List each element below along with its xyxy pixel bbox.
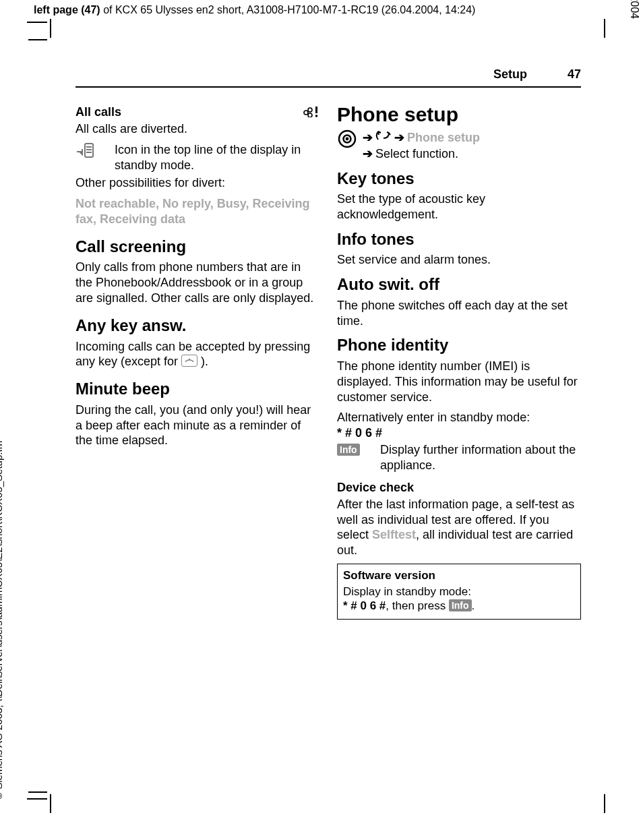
info-badge: Info	[449, 599, 472, 611]
running-header: Setup 47	[320, 67, 581, 82]
other-possibilities-label: Other possibilities for divert:	[75, 175, 319, 191]
nav-path: ➔ ➔ Phone setup ➔ Selec	[337, 129, 581, 162]
software-version-box: Software version Display in standby mode…	[337, 564, 581, 620]
phone-identity-title: Phone identity	[337, 335, 581, 355]
info-row: Info Display further information about t…	[337, 442, 581, 473]
svg-point-2	[308, 113, 312, 117]
nav-row-2: ➔ Select function.	[363, 146, 480, 162]
info-tones-title: Info tones	[337, 229, 581, 249]
any-key-title: Any key answ.	[75, 316, 319, 336]
sv-title: Software version	[343, 568, 575, 583]
crop-tick-h-bl	[28, 791, 47, 793]
all-calls-body: All calls are diverted.	[75, 121, 319, 137]
setup-glyph-icon	[375, 129, 392, 146]
info-badge: Info	[337, 444, 360, 456]
crop-tick-v-bl	[50, 794, 51, 813]
center-key-icon	[337, 129, 357, 153]
any-key-body: Incoming calls can be accepted by pressi…	[75, 339, 319, 370]
alt-enter-line: Alternatively enter in standby mode:	[337, 410, 581, 425]
any-key-post: ).	[201, 355, 208, 368]
device-check-title: Device check	[337, 480, 581, 496]
minute-beep-body: During the call, you (and only you!) wil…	[75, 402, 319, 449]
source-line: left page (47) of KCX 65 Ulysses en2 sho…	[34, 4, 623, 16]
all-calls-header: All calls	[75, 104, 319, 121]
crop-tick-v-right	[604, 19, 605, 38]
sv-line1: Display in standby mode:	[343, 584, 575, 599]
sv-then-press: , then press	[386, 599, 449, 612]
info-badge-cell: Info	[337, 442, 367, 458]
svg-point-4	[315, 115, 318, 117]
sv-line2: * # 0 6 #, then press Info.	[343, 599, 575, 613]
auto-off-body: The phone switches off each day at the s…	[337, 298, 581, 329]
all-calls-title: All calls	[75, 104, 121, 120]
phone-setup-title: Phone setup	[337, 104, 581, 125]
info-tones-body: Set service and alarm tones.	[337, 252, 581, 268]
sv-period: .	[472, 599, 475, 612]
arrow-icon: ➔	[363, 146, 373, 162]
phone-identity-body: The phone identity number (IMEI) is disp…	[337, 359, 581, 405]
crop-mark-top-right	[594, 22, 596, 34]
svg-point-9	[189, 359, 190, 360]
content-columns: All calls All calls are diverted.	[75, 104, 581, 620]
imei-code: * # 0 6 #	[337, 425, 581, 441]
arrow-icon: ➔	[363, 130, 373, 146]
info-text: Display further information about the ap…	[380, 442, 581, 473]
crop-tick-h	[28, 39, 47, 40]
svg-rect-3	[315, 107, 317, 113]
sim-dependent-icon	[302, 105, 319, 121]
var-language-note: VAR Language: English; VAR issue date: 0…	[628, 0, 640, 19]
source-line-bold: left page (47)	[34, 4, 100, 16]
sv-code: * # 0 6 #	[343, 599, 386, 612]
call-screening-body: Only calls from phone numbers that are i…	[75, 260, 319, 306]
header-page-number: 47	[568, 67, 581, 82]
device-check-body: After the last information page, a self-…	[337, 497, 581, 558]
divert-icon-text: Icon in the top line of the display in s…	[115, 142, 319, 173]
page: left page (47) of KCX 65 Ulysses en2 sho…	[0, 0, 643, 840]
nav-stack: ➔ ➔ Phone setup ➔ Selec	[363, 129, 480, 162]
svg-point-12	[346, 138, 349, 141]
nav-select-function: Select function.	[375, 146, 458, 162]
key-tones-body: Set the type of acoustic key acknowledge…	[337, 191, 581, 222]
divert-standby-icon	[75, 142, 98, 164]
nav-row-1: ➔ ➔ Phone setup	[363, 129, 480, 146]
minute-beep-title: Minute beep	[75, 379, 319, 399]
call-screening-title: Call screening	[75, 237, 319, 257]
left-column: All calls All calls are diverted.	[75, 104, 319, 620]
header-rule	[75, 86, 581, 88]
crop-tick-v	[50, 19, 51, 38]
right-column: Phone setup ➔	[337, 104, 581, 620]
auto-off-title: Auto swit. off	[337, 274, 581, 295]
source-line-rest: of KCX 65 Ulysses en2 short, A31008-H710…	[100, 4, 476, 16]
crop-mark-bottom-right	[594, 790, 596, 802]
selftest-label: Selftest	[372, 528, 416, 541]
key-tones-title: Key tones	[337, 169, 581, 189]
end-call-key-icon	[181, 355, 197, 367]
footer-path: © Siemens AG 2003, \\Dell\server\users\a…	[0, 441, 4, 800]
divert-options-list: Not reachable, No reply, Busy, Receiving…	[75, 196, 319, 227]
svg-point-1	[308, 108, 312, 112]
divert-icon-row: Icon in the top line of the display in s…	[75, 142, 319, 173]
arrow-icon: ➔	[394, 130, 404, 146]
header-section-title: Setup	[493, 67, 527, 82]
crop-tick-v-br	[604, 794, 605, 813]
nav-phone-setup-label: Phone setup	[407, 130, 480, 146]
svg-point-0	[304, 111, 308, 115]
